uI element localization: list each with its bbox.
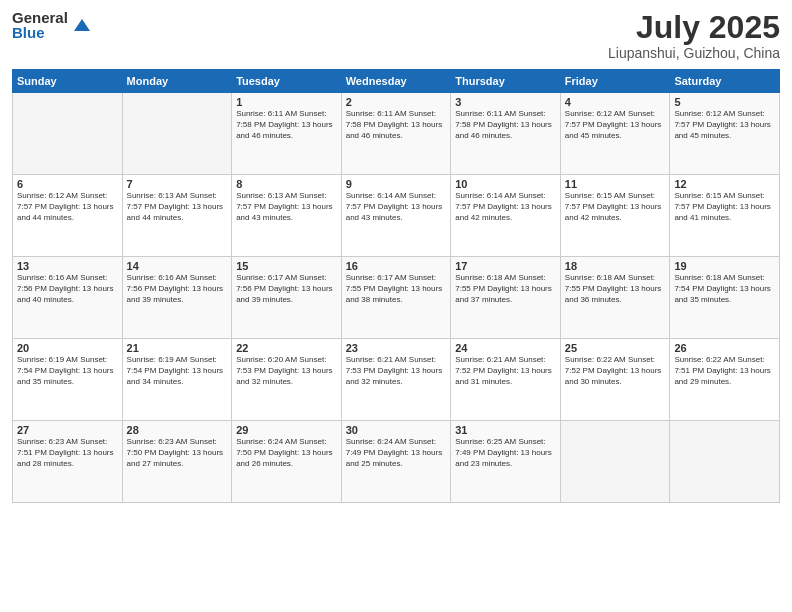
day-number: 30 [346,424,447,436]
day-info: Sunrise: 6:13 AM Sunset: 7:57 PM Dayligh… [236,191,337,223]
day-info: Sunrise: 6:13 AM Sunset: 7:57 PM Dayligh… [127,191,228,223]
day-number: 1 [236,96,337,108]
calendar-cell: 11Sunrise: 6:15 AM Sunset: 7:57 PM Dayli… [560,175,670,257]
calendar-cell: 16Sunrise: 6:17 AM Sunset: 7:55 PM Dayli… [341,257,451,339]
day-info: Sunrise: 6:11 AM Sunset: 7:58 PM Dayligh… [236,109,337,141]
calendar-week-3: 13Sunrise: 6:16 AM Sunset: 7:56 PM Dayli… [13,257,780,339]
weekday-header-wednesday: Wednesday [341,70,451,93]
day-number: 23 [346,342,447,354]
day-number: 24 [455,342,556,354]
calendar-cell: 13Sunrise: 6:16 AM Sunset: 7:56 PM Dayli… [13,257,123,339]
day-info: Sunrise: 6:19 AM Sunset: 7:54 PM Dayligh… [17,355,118,387]
calendar-cell: 6Sunrise: 6:12 AM Sunset: 7:57 PM Daylig… [13,175,123,257]
weekday-header-friday: Friday [560,70,670,93]
day-info: Sunrise: 6:19 AM Sunset: 7:54 PM Dayligh… [127,355,228,387]
calendar-cell: 18Sunrise: 6:18 AM Sunset: 7:55 PM Dayli… [560,257,670,339]
calendar-week-1: 1Sunrise: 6:11 AM Sunset: 7:58 PM Daylig… [13,93,780,175]
day-number: 21 [127,342,228,354]
calendar-cell: 24Sunrise: 6:21 AM Sunset: 7:52 PM Dayli… [451,339,561,421]
calendar-cell: 20Sunrise: 6:19 AM Sunset: 7:54 PM Dayli… [13,339,123,421]
day-number: 19 [674,260,775,272]
logo-text: General Blue [12,10,68,40]
calendar-cell: 8Sunrise: 6:13 AM Sunset: 7:57 PM Daylig… [232,175,342,257]
calendar-week-5: 27Sunrise: 6:23 AM Sunset: 7:51 PM Dayli… [13,421,780,503]
day-number: 9 [346,178,447,190]
day-number: 2 [346,96,447,108]
logo-blue: Blue [12,25,68,40]
calendar-cell: 27Sunrise: 6:23 AM Sunset: 7:51 PM Dayli… [13,421,123,503]
calendar-cell: 26Sunrise: 6:22 AM Sunset: 7:51 PM Dayli… [670,339,780,421]
day-info: Sunrise: 6:21 AM Sunset: 7:53 PM Dayligh… [346,355,447,387]
calendar-cell: 29Sunrise: 6:24 AM Sunset: 7:50 PM Dayli… [232,421,342,503]
calendar-cell: 22Sunrise: 6:20 AM Sunset: 7:53 PM Dayli… [232,339,342,421]
calendar-cell: 4Sunrise: 6:12 AM Sunset: 7:57 PM Daylig… [560,93,670,175]
day-number: 6 [17,178,118,190]
calendar-cell [560,421,670,503]
day-number: 5 [674,96,775,108]
day-number: 13 [17,260,118,272]
calendar-table: SundayMondayTuesdayWednesdayThursdayFrid… [12,69,780,503]
day-number: 4 [565,96,666,108]
calendar-cell: 7Sunrise: 6:13 AM Sunset: 7:57 PM Daylig… [122,175,232,257]
day-info: Sunrise: 6:20 AM Sunset: 7:53 PM Dayligh… [236,355,337,387]
day-info: Sunrise: 6:16 AM Sunset: 7:56 PM Dayligh… [127,273,228,305]
day-info: Sunrise: 6:17 AM Sunset: 7:56 PM Dayligh… [236,273,337,305]
day-number: 14 [127,260,228,272]
day-info: Sunrise: 6:14 AM Sunset: 7:57 PM Dayligh… [346,191,447,223]
calendar-cell [670,421,780,503]
day-number: 20 [17,342,118,354]
day-info: Sunrise: 6:25 AM Sunset: 7:49 PM Dayligh… [455,437,556,469]
calendar-week-2: 6Sunrise: 6:12 AM Sunset: 7:57 PM Daylig… [13,175,780,257]
day-number: 10 [455,178,556,190]
calendar-cell: 10Sunrise: 6:14 AM Sunset: 7:57 PM Dayli… [451,175,561,257]
logo: General Blue [12,10,92,40]
page-container: General Blue July 2025 Liupanshui, Guizh… [0,0,792,513]
day-number: 25 [565,342,666,354]
calendar-cell: 30Sunrise: 6:24 AM Sunset: 7:49 PM Dayli… [341,421,451,503]
calendar-cell: 21Sunrise: 6:19 AM Sunset: 7:54 PM Dayli… [122,339,232,421]
day-number: 16 [346,260,447,272]
weekday-header-row: SundayMondayTuesdayWednesdayThursdayFrid… [13,70,780,93]
day-info: Sunrise: 6:15 AM Sunset: 7:57 PM Dayligh… [565,191,666,223]
calendar-cell: 9Sunrise: 6:14 AM Sunset: 7:57 PM Daylig… [341,175,451,257]
day-info: Sunrise: 6:18 AM Sunset: 7:54 PM Dayligh… [674,273,775,305]
day-info: Sunrise: 6:14 AM Sunset: 7:57 PM Dayligh… [455,191,556,223]
calendar-cell: 15Sunrise: 6:17 AM Sunset: 7:56 PM Dayli… [232,257,342,339]
calendar-subtitle: Liupanshui, Guizhou, China [608,45,780,61]
day-number: 3 [455,96,556,108]
calendar-cell: 5Sunrise: 6:12 AM Sunset: 7:57 PM Daylig… [670,93,780,175]
day-info: Sunrise: 6:15 AM Sunset: 7:57 PM Dayligh… [674,191,775,223]
calendar-cell: 1Sunrise: 6:11 AM Sunset: 7:58 PM Daylig… [232,93,342,175]
day-info: Sunrise: 6:24 AM Sunset: 7:50 PM Dayligh… [236,437,337,469]
calendar-cell [13,93,123,175]
weekday-header-saturday: Saturday [670,70,780,93]
day-info: Sunrise: 6:16 AM Sunset: 7:56 PM Dayligh… [17,273,118,305]
day-info: Sunrise: 6:21 AM Sunset: 7:52 PM Dayligh… [455,355,556,387]
day-number: 7 [127,178,228,190]
calendar-cell: 17Sunrise: 6:18 AM Sunset: 7:55 PM Dayli… [451,257,561,339]
day-info: Sunrise: 6:11 AM Sunset: 7:58 PM Dayligh… [346,109,447,141]
day-info: Sunrise: 6:12 AM Sunset: 7:57 PM Dayligh… [674,109,775,141]
day-number: 12 [674,178,775,190]
day-number: 28 [127,424,228,436]
calendar-cell: 19Sunrise: 6:18 AM Sunset: 7:54 PM Dayli… [670,257,780,339]
calendar-title: July 2025 [608,10,780,45]
calendar-cell: 3Sunrise: 6:11 AM Sunset: 7:58 PM Daylig… [451,93,561,175]
logo-icon [72,15,92,35]
day-number: 29 [236,424,337,436]
day-info: Sunrise: 6:22 AM Sunset: 7:52 PM Dayligh… [565,355,666,387]
day-number: 11 [565,178,666,190]
calendar-cell: 12Sunrise: 6:15 AM Sunset: 7:57 PM Dayli… [670,175,780,257]
calendar-cell: 31Sunrise: 6:25 AM Sunset: 7:49 PM Dayli… [451,421,561,503]
day-number: 15 [236,260,337,272]
weekday-header-monday: Monday [122,70,232,93]
calendar-cell: 14Sunrise: 6:16 AM Sunset: 7:56 PM Dayli… [122,257,232,339]
day-info: Sunrise: 6:17 AM Sunset: 7:55 PM Dayligh… [346,273,447,305]
logo-general: General [12,10,68,25]
calendar-cell: 25Sunrise: 6:22 AM Sunset: 7:52 PM Dayli… [560,339,670,421]
day-number: 31 [455,424,556,436]
calendar-cell: 2Sunrise: 6:11 AM Sunset: 7:58 PM Daylig… [341,93,451,175]
weekday-header-sunday: Sunday [13,70,123,93]
day-number: 26 [674,342,775,354]
svg-marker-0 [74,19,90,31]
